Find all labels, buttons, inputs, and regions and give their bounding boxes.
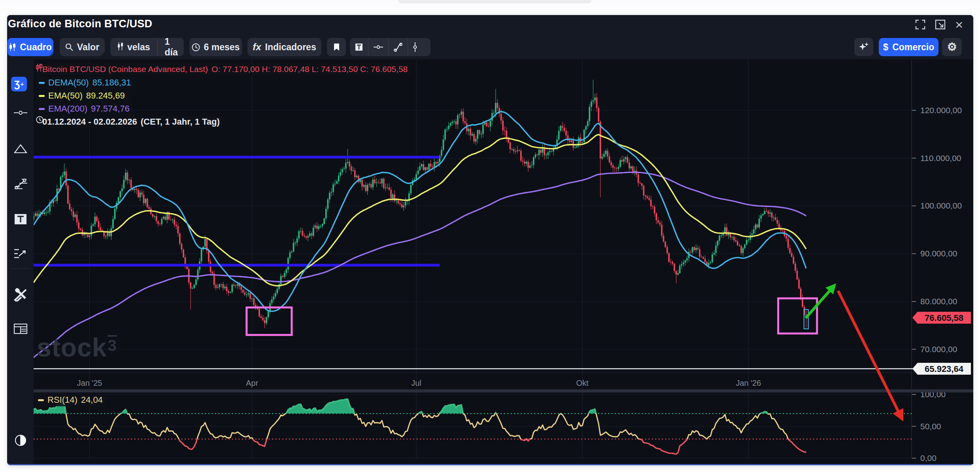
chart-area: 120.000,00110.000,00100.000,0090.000,008… xyxy=(34,59,973,464)
ema50-label: EMA(50) xyxy=(48,91,83,101)
settings-button[interactable]: ⚙ xyxy=(942,38,962,56)
ai-assistant-button[interactable] xyxy=(854,38,873,56)
chart-type-label: Cuadro xyxy=(20,42,52,53)
trade-button[interactable]: $ Comercio xyxy=(879,38,938,56)
titlebar: Gráfico de Bitcoin BTC/USD × xyxy=(7,15,973,32)
sidebar: Ʒ+ xyxy=(7,59,34,463)
svg-text:76.605,58: 76.605,58 xyxy=(925,313,963,323)
sidebar-divider xyxy=(11,268,29,269)
svg-text:110.000,00: 110.000,00 xyxy=(920,154,961,163)
candle-style-label: velas xyxy=(127,42,150,53)
svg-text:100.000,00: 100.000,00 xyxy=(920,201,962,210)
fx-icon: fx xyxy=(253,42,261,53)
text-tool-button[interactable] xyxy=(350,38,368,56)
dema-color-dash xyxy=(39,82,45,84)
close-icon[interactable]: × xyxy=(955,19,963,30)
ema50-value: 89.245,69 xyxy=(86,91,125,101)
trade-label: Comercio xyxy=(892,42,934,53)
layout-panel[interactable] xyxy=(7,324,34,334)
symbol-search-label: Valor xyxy=(77,42,99,53)
range-label: 6 meses xyxy=(204,42,240,53)
daterange-text: 01.12.2024 - 02.02.2026 xyxy=(42,117,137,127)
svg-text:Jan '25: Jan '25 xyxy=(77,379,102,387)
svg-text:Apr: Apr xyxy=(246,379,258,387)
svg-text:90.000,00: 90.000,00 xyxy=(920,249,957,258)
dollar-icon: $ xyxy=(883,42,888,53)
svg-text:50,00: 50,00 xyxy=(920,422,941,431)
fullscreen-icon[interactable] xyxy=(915,19,925,30)
ema50-color-dash xyxy=(39,95,45,97)
bookmark-icon xyxy=(334,43,340,51)
svg-text:80.000,00: 80.000,00 xyxy=(920,297,957,306)
ohlc-values: O: 77.170,00 H: 78.067,48 L: 74.513,50 C… xyxy=(211,64,408,74)
open-in-new-icon[interactable] xyxy=(935,19,946,30)
ema200-label: EMA(200) xyxy=(48,104,87,114)
legend-dema-row[interactable]: DEMA(50) 85.186,31 xyxy=(36,77,135,89)
style-interval-group: velas 1 día xyxy=(110,38,184,56)
horizontal-line-tool[interactable] xyxy=(7,110,34,116)
legend-daterange-row[interactable]: 01.12.2024 - 02.02.2026 (CET, 1 Jahr, 1 … xyxy=(36,116,223,128)
interval-button[interactable]: 1 día xyxy=(157,38,185,56)
ema200-color-dash xyxy=(39,108,45,110)
svg-text:120.000,00: 120.000,00 xyxy=(920,106,962,115)
svg-text:Jul: Jul xyxy=(411,379,421,387)
search-icon xyxy=(65,43,73,51)
triangle-tool[interactable] xyxy=(7,144,34,154)
page: Gráfico de Bitcoin BTC/USD × Cuadro Valo… xyxy=(0,0,980,472)
legend-ema50-row[interactable]: EMA(50) 89.245,69 xyxy=(36,90,128,102)
timezone-text: (CET, 1 Jahr, 1 Tag) xyxy=(141,117,220,127)
indicators-button[interactable]: fx Indicadores xyxy=(247,38,321,56)
clock-icon xyxy=(192,43,200,51)
window-title: Gráfico de Bitcoin BTC/USD xyxy=(8,18,152,30)
sidebar-logo-button[interactable]: Ʒ+ xyxy=(11,77,27,91)
candles-icon xyxy=(117,42,123,53)
fibonacci-tool[interactable] xyxy=(7,178,34,190)
svg-text:Okt: Okt xyxy=(576,379,589,387)
text-tool[interactable] xyxy=(7,214,34,225)
svg-text:65.923,64: 65.923,64 xyxy=(925,364,964,374)
background-dialog-edge xyxy=(398,0,591,3)
legend-ema200-row[interactable]: EMA(200) 97.574,76 xyxy=(36,103,133,115)
tools-settings[interactable] xyxy=(7,288,34,301)
bookmark-button[interactable] xyxy=(327,38,346,56)
chart-window: Gráfico de Bitcoin BTC/USD × Cuadro Valo… xyxy=(7,15,973,465)
instrument-name: Bitcoin BTC/USD (Coinbase Advanced, Last… xyxy=(42,64,208,74)
trend-projection-tool[interactable] xyxy=(7,248,34,259)
interval-label: 1 día xyxy=(165,36,178,58)
horizontal-line-tool-button[interactable] xyxy=(368,38,388,56)
range-button[interactable]: 6 meses xyxy=(189,38,242,56)
sparkles-icon xyxy=(859,42,869,52)
svg-text:0,00: 0,00 xyxy=(920,453,937,463)
ema200-value: 97.574,76 xyxy=(91,104,130,114)
dema-label: DEMA(50) xyxy=(48,78,89,88)
dema-value: 85.186,31 xyxy=(93,78,131,88)
drawing-tools-group xyxy=(350,38,431,56)
vertical-line-tool-button[interactable] xyxy=(408,38,422,56)
svg-text:Jan '26: Jan '26 xyxy=(736,379,761,387)
chart-type-button[interactable]: Cuadro xyxy=(8,38,53,56)
contrast-toggle[interactable] xyxy=(7,434,34,446)
symbol-search-button[interactable]: Valor xyxy=(60,38,105,56)
gear-icon: ⚙ xyxy=(947,42,957,53)
svg-text:70.000,00: 70.000,00 xyxy=(920,345,957,354)
legend-rsi-row[interactable]: RSI(14) 24,04 xyxy=(35,394,106,406)
stock3-watermark: stock3 xyxy=(37,332,117,362)
rsi-label: RSI(14) xyxy=(47,395,77,405)
rsi-value: 24,04 xyxy=(81,395,103,405)
candles-icon xyxy=(9,43,16,51)
legend-instrument-row[interactable]: Bitcoin BTC/USD (Coinbase Advanced, Last… xyxy=(36,64,411,75)
curve-tool-button[interactable] xyxy=(388,38,408,56)
candle-style-button[interactable]: velas xyxy=(110,38,157,56)
toolbar: Cuadro Valor velas 1 día 6 meses fx xyxy=(8,38,973,56)
indicators-label: Indicadores xyxy=(265,42,316,53)
rsi-color-dash xyxy=(38,399,44,401)
